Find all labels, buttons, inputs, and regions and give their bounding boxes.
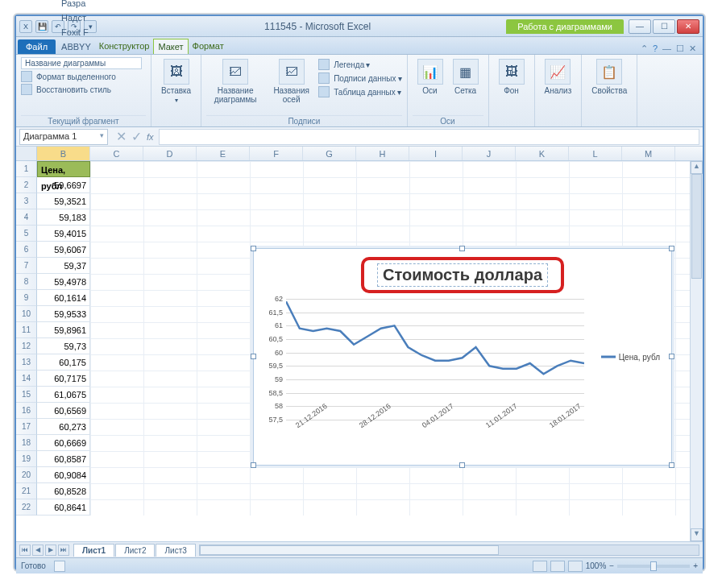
- gridlines-button[interactable]: ▦Сетка: [448, 56, 483, 97]
- select-all-corner[interactable]: [16, 147, 37, 160]
- excel-icon[interactable]: X: [19, 20, 32, 33]
- data-cell[interactable]: 59,4015: [37, 226, 90, 242]
- column-header[interactable]: H: [356, 147, 409, 160]
- data-cell[interactable]: 60,1614: [37, 290, 90, 306]
- data-cell[interactable]: 60,9084: [37, 467, 90, 483]
- column-header[interactable]: F: [250, 147, 303, 160]
- data-cell[interactable]: 60,8528: [37, 483, 90, 499]
- table-header-cell[interactable]: Цена, рубл: [37, 161, 90, 177]
- legend-button[interactable]: Легенда ▾: [318, 58, 401, 71]
- column-header[interactable]: B: [37, 147, 90, 160]
- row-header[interactable]: 12: [16, 338, 37, 354]
- column-header[interactable]: M: [622, 147, 675, 160]
- help-icon[interactable]: ?: [653, 43, 658, 54]
- row-header[interactable]: 17: [16, 419, 37, 435]
- plot-area[interactable]: 57,55858,55959,56060,56161,562 21.12.201…: [286, 299, 584, 420]
- embedded-chart[interactable]: Стоимость доллара 57,55858,55959,56060,5…: [253, 248, 672, 466]
- chart-title-button[interactable]: 🗠Название диаграммы: [206, 56, 264, 106]
- row-header[interactable]: 22: [16, 499, 37, 516]
- tab-макет[interactable]: Макет: [153, 39, 188, 54]
- reset-style-button[interactable]: Восстановить стиль: [21, 83, 146, 96]
- tab-foxit f[interactable]: Foxit F: [57, 25, 95, 39]
- column-header[interactable]: I: [409, 147, 463, 160]
- sheet-nav-last[interactable]: ⏭: [58, 545, 69, 556]
- chart-legend[interactable]: Цена, рубл: [601, 353, 660, 362]
- save-icon[interactable]: 💾: [35, 20, 48, 33]
- tab-формат[interactable]: Формат: [189, 39, 228, 54]
- name-box[interactable]: Диаграмма 1: [19, 129, 108, 145]
- data-cell[interactable]: 60,6669: [37, 435, 90, 451]
- data-cell[interactable]: 60,273: [37, 419, 90, 435]
- data-cell[interactable]: 59,6067: [37, 242, 90, 258]
- analysis-button[interactable]: 📈Анализ: [540, 56, 577, 97]
- column-header[interactable]: C: [90, 147, 143, 160]
- column-header[interactable]: K: [516, 147, 569, 160]
- row-header[interactable]: 10: [16, 306, 37, 322]
- row-header[interactable]: 7: [16, 258, 37, 274]
- data-cell[interactable]: 61,0675: [37, 387, 90, 403]
- chart-element-dropdown[interactable]: Название диаграммы: [21, 57, 142, 69]
- data-table-button[interactable]: Таблица данных ▾: [318, 85, 401, 98]
- minimize-button[interactable]: —: [629, 19, 651, 34]
- doc-close-icon[interactable]: ✕: [689, 43, 696, 54]
- column-header[interactable]: E: [197, 147, 250, 160]
- data-cell[interactable]: 59,3521: [37, 193, 90, 209]
- row-header[interactable]: 21: [16, 483, 37, 499]
- tab-конструктор[interactable]: Конструктор: [95, 39, 154, 54]
- data-cell[interactable]: 60,6569: [37, 403, 90, 419]
- formula-input[interactable]: [159, 129, 699, 145]
- axes-button[interactable]: 📊Оси: [413, 56, 448, 97]
- sheet-tab[interactable]: Лист3: [156, 544, 195, 557]
- tab-разра[interactable]: Разра: [57, 0, 95, 10]
- chart-title[interactable]: Стоимость доллара: [377, 263, 548, 287]
- row-header[interactable]: 8: [16, 274, 37, 290]
- data-cell[interactable]: 60,7175: [37, 371, 90, 387]
- tab-file[interactable]: Файл: [18, 39, 56, 54]
- tab-надст[interactable]: Надст: [57, 10, 95, 25]
- view-page-break-icon[interactable]: [568, 561, 583, 572]
- row-header[interactable]: 15: [16, 387, 37, 403]
- zoom-slider[interactable]: [617, 565, 690, 568]
- insert-button[interactable]: 🖼Вставка▾: [156, 56, 196, 106]
- column-header[interactable]: J: [463, 147, 516, 160]
- sheet-tab[interactable]: Лист1: [73, 544, 114, 557]
- data-cell[interactable]: 59,9533: [37, 306, 90, 322]
- row-header[interactable]: 6: [16, 242, 37, 258]
- view-normal-icon[interactable]: [533, 561, 547, 572]
- row-header[interactable]: 5: [16, 226, 37, 242]
- fx-icon[interactable]: fx: [142, 132, 159, 142]
- row-header[interactable]: 16: [16, 403, 37, 419]
- background-button[interactable]: 🖽Фон: [494, 56, 529, 97]
- row-header[interactable]: 1: [16, 161, 37, 177]
- sheet-nav-prev[interactable]: ◀: [32, 545, 44, 556]
- data-labels-button[interactable]: Подписи данных ▾: [318, 72, 401, 85]
- axis-titles-button[interactable]: 🗠Названия осей: [264, 56, 318, 106]
- view-page-layout-icon[interactable]: [550, 561, 565, 572]
- row-header[interactable]: 18: [16, 435, 37, 451]
- macro-record-icon[interactable]: [54, 561, 65, 572]
- row-header[interactable]: 3: [16, 193, 37, 209]
- sheet-nav-first[interactable]: ⏮: [19, 545, 31, 556]
- worksheet[interactable]: BCDEFGHIJKLM 123456789101112131415161718…: [16, 147, 703, 541]
- data-cell[interactable]: 60,8587: [37, 451, 90, 467]
- row-header[interactable]: 4: [16, 209, 37, 226]
- data-cell[interactable]: 59,73: [37, 338, 90, 354]
- data-cell[interactable]: 60,8641: [37, 499, 90, 516]
- data-cell[interactable]: 59,183: [37, 209, 90, 226]
- properties-button[interactable]: 📋Свойства: [587, 56, 632, 97]
- column-header[interactable]: L: [569, 147, 622, 160]
- data-cell[interactable]: 59,37: [37, 258, 90, 274]
- vertical-scrollbar[interactable]: ▲ ▼: [690, 161, 703, 541]
- row-header[interactable]: 20: [16, 467, 37, 483]
- zoom-in-icon[interactable]: +: [693, 561, 698, 570]
- tab-abbyy[interactable]: ABBYY: [57, 39, 95, 54]
- data-cell[interactable]: 59,8961: [37, 322, 90, 338]
- data-cell[interactable]: 60,175: [37, 354, 90, 371]
- row-header[interactable]: 14: [16, 371, 37, 387]
- maximize-button[interactable]: ☐: [653, 19, 675, 34]
- doc-min-icon[interactable]: —: [662, 43, 671, 54]
- row-header[interactable]: 13: [16, 354, 37, 371]
- column-header[interactable]: D: [143, 147, 197, 160]
- sheet-nav-next[interactable]: ▶: [45, 545, 56, 556]
- horizontal-scrollbar[interactable]: [199, 545, 699, 556]
